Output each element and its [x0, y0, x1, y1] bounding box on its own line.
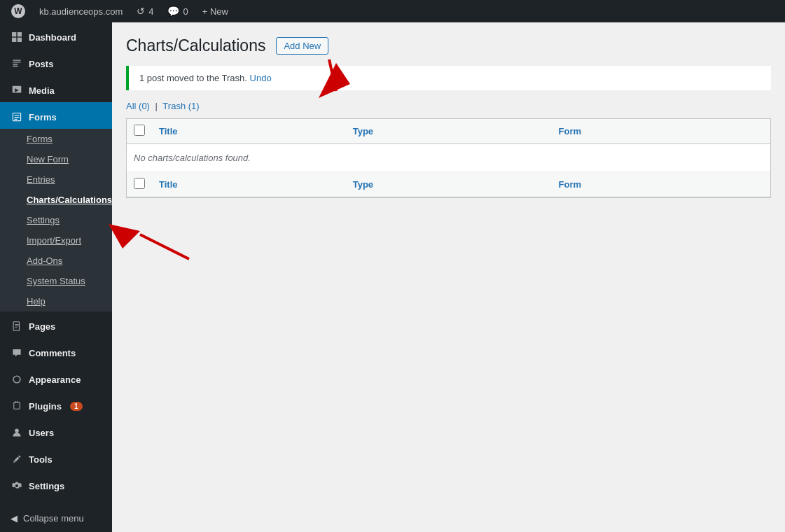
sidebar-item-dashboard[interactable]: Dashboard [0, 22, 112, 49]
appearance-label: Appearance [29, 374, 81, 385]
collapse-menu-icon: ◀ [11, 513, 18, 524]
form-footer-sort-link[interactable]: Form [559, 179, 582, 190]
plugins-label: Plugins [29, 401, 62, 412]
media-icon [11, 84, 23, 97]
filter-separator: | [155, 101, 158, 111]
svg-point-16 [15, 428, 19, 433]
comments-sidebar-label: Comments [29, 348, 76, 358]
updates-count: 4 [148, 6, 153, 17]
settings-sidebar-label: Settings [29, 481, 64, 491]
table-footer-checkbox-col [127, 172, 152, 197]
sidebar-item-tools[interactable]: Tools [0, 444, 112, 471]
comments-button[interactable]: 💬 0 [162, 0, 193, 22]
svg-rect-6 [15, 115, 20, 115]
forms-label: Forms [29, 112, 57, 122]
new-content-label: + New [202, 6, 228, 17]
table-empty-message: No charts/calculations found. [127, 144, 770, 172]
users-icon [11, 426, 23, 439]
collapse-menu-button[interactable]: ◀ Collapse menu [0, 505, 112, 532]
svg-rect-15 [18, 401, 18, 403]
posts-icon [11, 57, 23, 70]
sidebar-item-help[interactable]: Help [0, 291, 112, 312]
sidebar-item-add-ons[interactable]: Add-Ons [0, 251, 112, 271]
content-area: Charts/Calculations Add New 1 post moved… [112, 22, 785, 532]
select-all-footer-checkbox[interactable] [134, 178, 145, 189]
settings-icon [11, 479, 23, 492]
svg-rect-3 [18, 38, 22, 42]
svg-rect-1 [18, 32, 22, 36]
sidebar-item-plugins[interactable]: Plugins 1 [0, 391, 112, 418]
collapse-menu-label: Collapse menu [23, 513, 84, 524]
media-label: Media [29, 85, 55, 96]
sidebar-item-forms-forms[interactable]: Forms [0, 129, 112, 149]
dashboard-label: Dashboard [29, 32, 76, 43]
plugins-icon [11, 400, 23, 412]
data-table: Title Type Form No charts/calculations f… [127, 119, 770, 197]
table-footer-form[interactable]: Form [552, 172, 770, 197]
table-footer-title[interactable]: Title [152, 172, 346, 197]
type-sort-link[interactable]: Type [353, 126, 373, 136]
sidebar-item-media[interactable]: Media [0, 76, 112, 102]
add-new-button[interactable]: Add New [276, 37, 328, 55]
wp-logo-icon: W [11, 4, 25, 18]
sidebar: Dashboard Posts Media Forms Forms New [0, 22, 112, 532]
sidebar-item-new-form[interactable]: New Form [0, 149, 112, 169]
sidebar-item-users[interactable]: Users [0, 418, 112, 444]
svg-rect-2 [12, 38, 16, 42]
sidebar-item-system-status[interactable]: System Status [0, 271, 112, 291]
notice-message: 1 post moved to the Trash. [139, 73, 247, 83]
table-footer-row: Title Type Form [127, 172, 770, 197]
svg-rect-0 [12, 32, 16, 36]
sidebar-item-forms[interactable]: Forms [0, 102, 112, 129]
sidebar-item-settings[interactable]: Settings [0, 210, 112, 230]
type-footer-sort-link[interactable]: Type [353, 179, 373, 190]
svg-rect-14 [15, 401, 16, 403]
filter-trash-link[interactable]: Trash (1) [162, 101, 199, 111]
sidebar-item-appearance[interactable]: Appearance [0, 365, 112, 391]
sidebar-item-posts[interactable]: Posts [0, 49, 112, 76]
page-header: Charts/Calculations Add New [126, 36, 771, 55]
forms-submenu: Forms New Form Entries Charts/Calculatio… [0, 129, 112, 312]
title-sort-link[interactable]: Title [159, 126, 178, 136]
site-name-button[interactable]: kb.audienceops.com [34, 0, 128, 22]
table-footer-type[interactable]: Type [346, 172, 552, 197]
title-footer-sort-link[interactable]: Title [159, 179, 178, 190]
svg-rect-7 [15, 117, 20, 118]
sidebar-item-pages[interactable]: Pages [0, 312, 112, 338]
users-label: Users [29, 428, 54, 438]
table-header-type[interactable]: Type [346, 119, 552, 144]
sidebar-item-comments[interactable]: Comments [0, 338, 112, 365]
form-sort-link[interactable]: Form [559, 126, 582, 136]
tools-icon [11, 453, 23, 465]
wp-logo-button[interactable]: W [6, 0, 31, 22]
select-all-checkbox[interactable] [134, 125, 145, 136]
table-header-form[interactable]: Form [552, 119, 770, 144]
plugins-badge: 1 [70, 402, 83, 411]
table-header-title[interactable]: Title [152, 119, 346, 144]
table-header-row: Title Type Form [127, 119, 770, 144]
page-title: Charts/Calculations [126, 36, 265, 55]
filter-all-link[interactable]: All (0) [126, 101, 150, 111]
sidebar-item-entries[interactable]: Entries [0, 169, 112, 190]
svg-rect-8 [15, 119, 18, 120]
comments-icon: 💬 [167, 6, 179, 17]
svg-rect-13 [14, 402, 20, 409]
new-content-button[interactable]: + New [197, 0, 234, 22]
main-layout: Dashboard Posts Media Forms Forms New [0, 22, 785, 532]
sidebar-item-charts-calculations[interactable]: Charts/Calculations [0, 190, 112, 210]
svg-rect-10 [15, 324, 19, 325]
sidebar-item-settings[interactable]: Settings [0, 471, 112, 498]
svg-rect-12 [15, 327, 18, 328]
updates-button[interactable]: ↺ 4 [131, 0, 159, 22]
pages-label: Pages [29, 321, 55, 332]
admin-bar: W kb.audienceops.com ↺ 4 💬 0 + New [0, 0, 785, 22]
dashboard-icon [11, 31, 23, 43]
updates-icon: ↺ [137, 6, 145, 17]
table-empty-row: No charts/calculations found. [127, 144, 770, 172]
posts-label: Posts [29, 59, 53, 69]
appearance-icon [11, 373, 23, 386]
undo-link[interactable]: Undo [250, 73, 272, 83]
sidebar-item-import-export[interactable]: Import/Export [0, 230, 112, 251]
pages-icon [11, 320, 23, 332]
comments-sidebar-icon [11, 346, 23, 359]
